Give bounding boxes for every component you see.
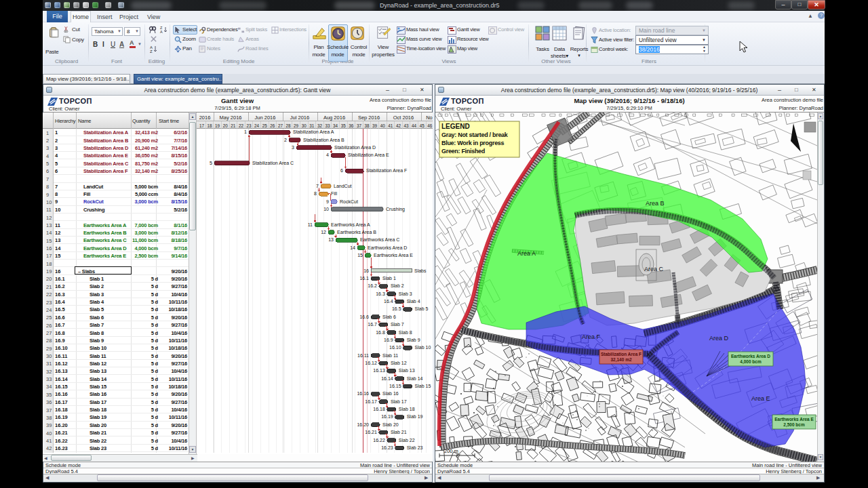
- svg-text:27: 27: [278, 123, 283, 128]
- svg-text:16.3: 16.3: [376, 291, 385, 296]
- svg-text:Sep 2016: Sep 2016: [358, 115, 380, 121]
- svg-text:43: 43: [403, 123, 409, 128]
- svg-text:Fill: Fill: [331, 191, 337, 196]
- svg-text:Slab 3: Slab 3: [399, 291, 412, 296]
- svg-text:16.4: 16.4: [384, 299, 393, 304]
- svg-text:Slab 15: Slab 15: [415, 384, 431, 388]
- svg-text:Blue: Work in progress: Blue: Work in progress: [441, 140, 505, 146]
- svg-text:41: 41: [388, 123, 393, 128]
- svg-text:3: 3: [292, 145, 294, 150]
- svg-text:Oct 2016: Oct 2016: [393, 115, 414, 121]
- svg-text:29: 29: [294, 123, 299, 128]
- svg-text:24: 24: [254, 123, 260, 128]
- svg-text:16.1: 16.1: [359, 276, 369, 281]
- svg-text:Slab 23: Slab 23: [407, 445, 423, 450]
- svg-text:May 2016: May 2016: [220, 115, 242, 121]
- svg-text:Gray: Not started / break: Gray: Not started / break: [441, 131, 509, 138]
- svg-text:44: 44: [412, 123, 417, 128]
- svg-text:16.8: 16.8: [376, 330, 385, 335]
- svg-text:Slab 5: Slab 5: [415, 306, 429, 311]
- svg-text:Earthworks Area E: Earthworks Area E: [774, 417, 814, 422]
- svg-text:16.6: 16.6: [359, 314, 369, 319]
- svg-text:Area E: Area E: [751, 395, 770, 402]
- svg-text:Stabilization Area F: Stabilization Area F: [601, 352, 642, 357]
- svg-text:Earthworks Area A: Earthworks Area A: [331, 222, 370, 227]
- svg-text:Slab 11: Slab 11: [382, 353, 398, 358]
- svg-text:Earthworks Area B: Earthworks Area B: [337, 230, 376, 235]
- svg-text:4: 4: [326, 152, 329, 157]
- svg-text:Green: Finished: Green: Finished: [441, 148, 485, 155]
- svg-text:16.14: 16.14: [381, 376, 393, 381]
- svg-text:16.23: 16.23: [381, 445, 393, 450]
- svg-text:18: 18: [207, 123, 212, 128]
- svg-text:13: 13: [328, 237, 334, 242]
- svg-text:Slab 16: Slab 16: [382, 391, 399, 396]
- svg-text:16.21: 16.21: [365, 430, 377, 434]
- svg-text:16.18: 16.18: [373, 407, 385, 411]
- svg-text:16.20: 16.20: [357, 422, 369, 427]
- svg-text:Earthworks Area D: Earthworks Area D: [731, 354, 770, 359]
- svg-text:16.16: 16.16: [357, 391, 369, 396]
- svg-text:Stabilization Area B: Stabilization Area B: [303, 138, 344, 142]
- svg-text:Slab 18: Slab 18: [399, 407, 415, 411]
- svg-text:30: 30: [302, 123, 307, 128]
- svg-text:Slabs: Slabs: [414, 268, 427, 273]
- svg-text:Slab 19: Slab 19: [407, 414, 423, 419]
- svg-text:16.22: 16.22: [373, 438, 385, 443]
- svg-text:Slab 9: Slab 9: [407, 338, 420, 342]
- svg-text:10: 10: [323, 207, 329, 211]
- svg-text:28: 28: [285, 123, 291, 128]
- svg-text:14: 14: [350, 245, 355, 250]
- svg-text:Slab 21: Slab 21: [391, 430, 407, 434]
- svg-text:32,140 m2: 32,140 m2: [610, 357, 631, 363]
- svg-text:12: 12: [321, 230, 326, 235]
- svg-text:2: 2: [284, 138, 287, 142]
- svg-text:1: 1: [244, 129, 247, 134]
- svg-text:5: 5: [210, 161, 212, 165]
- svg-text:16.5: 16.5: [392, 306, 401, 311]
- svg-text:Earthworks Area D: Earthworks Area D: [368, 245, 407, 250]
- svg-text:26: 26: [270, 123, 275, 128]
- svg-text:Area D: Area D: [709, 335, 729, 342]
- svg-text:31: 31: [309, 123, 315, 128]
- svg-text:16.9: 16.9: [384, 338, 393, 342]
- svg-text:A: A: [160, 30, 163, 34]
- svg-text:16.17: 16.17: [365, 399, 377, 404]
- svg-text:Crushing: Crushing: [386, 207, 405, 212]
- svg-text:40: 40: [380, 123, 386, 128]
- svg-text:Slab 7: Slab 7: [391, 322, 404, 327]
- svg-text:Earthworks Area C: Earthworks Area C: [360, 237, 399, 242]
- svg-text:Stabilization Area D: Stabilization Area D: [334, 145, 376, 150]
- svg-text:Slab 14: Slab 14: [407, 376, 423, 381]
- svg-text:Stabilization Area E: Stabilization Area E: [348, 152, 389, 157]
- svg-text:LEGEND: LEGEND: [441, 123, 470, 130]
- svg-text:16.7: 16.7: [368, 322, 377, 327]
- svg-text:17: 17: [199, 123, 205, 128]
- svg-text:Stabilization Area A: Stabilization Area A: [293, 129, 334, 134]
- svg-text:22: 22: [239, 123, 244, 128]
- svg-text:Area F: Area F: [582, 333, 601, 340]
- svg-text:32: 32: [317, 123, 323, 128]
- svg-text:No: No: [426, 115, 433, 121]
- svg-text:25: 25: [262, 123, 268, 128]
- svg-text:Slab 8: Slab 8: [399, 330, 412, 335]
- svg-text:Slab 10: Slab 10: [415, 345, 431, 350]
- svg-text:Area A: Area A: [517, 250, 536, 257]
- svg-text:21: 21: [231, 123, 236, 128]
- svg-text:16: 16: [363, 268, 369, 273]
- svg-text:11: 11: [308, 222, 313, 227]
- svg-text:16.10: 16.10: [389, 345, 401, 350]
- svg-text:Jul 2016: Jul 2016: [290, 115, 309, 121]
- svg-text:Slab 1: Slab 1: [382, 276, 396, 281]
- svg-text:LandCut: LandCut: [334, 184, 352, 188]
- svg-text:4,000 bcm: 4,000 bcm: [740, 359, 762, 365]
- svg-text:16.19: 16.19: [381, 414, 393, 419]
- svg-text:Slab 4: Slab 4: [407, 299, 420, 304]
- svg-text:Jun 2016: Jun 2016: [255, 115, 276, 121]
- svg-text:38: 38: [364, 123, 370, 128]
- svg-text:35: 35: [341, 123, 347, 128]
- svg-text:19: 19: [215, 123, 220, 128]
- svg-text:RockCut: RockCut: [340, 199, 358, 204]
- svg-text:Slab 17: Slab 17: [391, 399, 407, 404]
- svg-text:Slab 12: Slab 12: [391, 361, 407, 365]
